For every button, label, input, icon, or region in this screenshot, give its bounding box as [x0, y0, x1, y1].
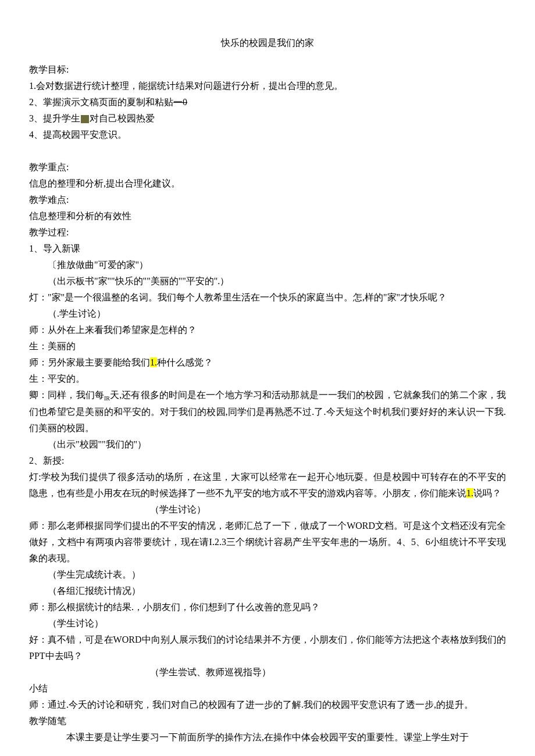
- notes-header: 教学随笔: [29, 713, 506, 729]
- teacher-line-4: 卿：同样，我们每IR天,还有很多的时间是在一个地方学习和活动那就是一一我们的校园…: [29, 387, 506, 436]
- blank-line: [29, 143, 506, 159]
- highlight-1: 1.: [150, 357, 157, 367]
- step-2-header: 2、新授:: [29, 453, 506, 469]
- goal-2-text: 2、掌握演示文稿页面的夏制和粘贴: [29, 97, 173, 107]
- activity-note-1: （学生完成统计表。）: [29, 567, 506, 583]
- goal-item-2: 2、掌握演示文稿页面的夏制和粘贴一0: [29, 94, 506, 110]
- summary-text: 师：通过.今夭的讨论和研究，我们对自己的校园有了进一步的了解.我们的校园平安意识…: [29, 697, 506, 713]
- student-line-2: 生：平安的。: [29, 371, 506, 387]
- teacher-line-8: 好：真不错，可是在WORD中向别人展示我们的讨论结果并不方便，小朋友们，你们能等…: [29, 632, 506, 664]
- discussion-note-3: （学生讨论）: [29, 615, 506, 632]
- step-1-note-2: （出示板书"家""快乐的""美丽的""平安的".）: [29, 273, 506, 289]
- teacher-5-suffix: 说吗？: [473, 488, 501, 498]
- subscript-ir: IR: [104, 395, 110, 402]
- display-note-2: （出示"校园""我们的"）: [29, 436, 506, 453]
- summary-header: 小结: [29, 680, 506, 697]
- goal-item-3: 3、提升学生对自己校园热爱: [29, 110, 506, 127]
- teacher-line-6: 师：那么老师根据同学们提出的不平安的情况，老师汇总了一下，做成了一个WORD文档…: [29, 518, 506, 567]
- discussion-note-2: （学生讨论）: [29, 501, 506, 518]
- teacher-4-prefix: 卿：同样，我们每: [29, 390, 104, 400]
- highlight-2: 1.: [466, 488, 473, 498]
- goal-3-suffix: 对自己校园热爱: [90, 113, 155, 123]
- process-header: 教学过程:: [29, 224, 506, 241]
- redaction-box: [81, 115, 89, 123]
- teacher-3-suffix: 种什么感觉？: [157, 357, 213, 367]
- focus-header: 教学重点:: [29, 159, 506, 175]
- step-1-header: 1、导入新课: [29, 241, 506, 257]
- step-1-note-1: 〔推放做曲"可爱的家"）: [29, 257, 506, 273]
- difficulty-header: 教学难点:: [29, 192, 506, 208]
- teacher-line-3: 师：另外家最主要要能给我们1.种什么感觉？: [29, 354, 506, 371]
- focus-text: 信息的整理和分析,提出合理化建议。: [29, 175, 506, 192]
- discussion-note-1: （.学生讨论）: [29, 306, 506, 322]
- teacher-line-5: 灯:学校为我们提供了很多活动的场所，在这里，大家可以经常在一起开心地玩耍。但是校…: [29, 469, 506, 501]
- notes-text: 本课主要是让学生要习一下前面所学的操作方法,在操作中体会校园平安的重要性。课堂上…: [29, 729, 506, 746]
- goal-item-1: 1.会对数据进行统计整理，能据统计结果对问题进行分析，提出合理的意见。: [29, 78, 506, 94]
- activity-note-3: （学生尝试、教师巡视指导）: [29, 664, 506, 680]
- teacher-3-prefix: 师：另外家最主要要能给我们: [29, 357, 150, 367]
- activity-note-2: （各组汇报统计情况）: [29, 583, 506, 599]
- difficulty-text: 信息整理和分析的有效性: [29, 208, 506, 224]
- teacher-line-1: 灯："家"是一个很温整的名词。我们每个人教希里生活在一个快乐的家庭当中。怎,样的…: [29, 289, 506, 306]
- teacher-line-2: 师：从外在上来看我们希望家是怎样的？: [29, 322, 506, 338]
- goal-2-strike: 一0: [173, 97, 187, 107]
- goal-item-4: 4、提高校园平安意识。: [29, 127, 506, 143]
- section-goals-header: 教学目标:: [29, 62, 506, 78]
- document-title: 快乐的校园是我们的家: [29, 35, 506, 51]
- goal-3-prefix: 3、提升学生: [29, 113, 80, 123]
- student-line-1: 生：美丽的: [29, 338, 506, 354]
- teacher-5-prefix: 灯:学校为我们提供了很多活动的场所，在这里，大家可以经常在一起开心地玩耍。但是校…: [29, 472, 506, 498]
- teacher-line-7: 师：那么根据统计的结果.，小朋友们，你们想到了什么改善的意见吗？: [29, 599, 506, 615]
